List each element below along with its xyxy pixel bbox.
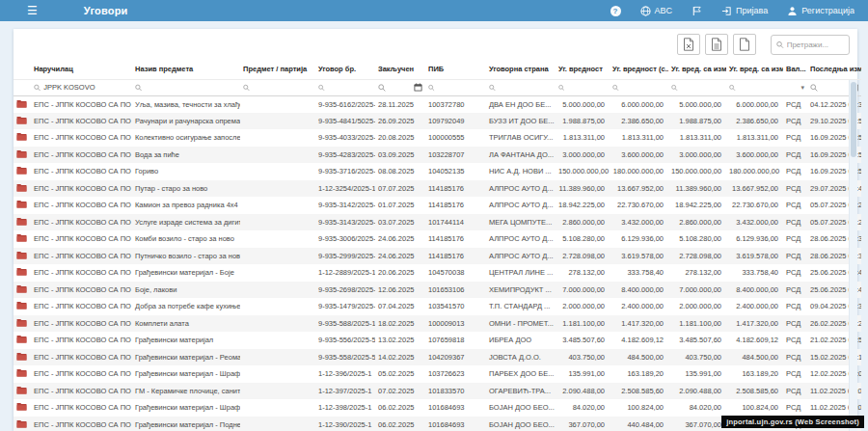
export-csv-icon — [711, 38, 722, 51]
table-body: ЕПС - ЈППК КОСОВО СА ПО ОБИЛ... Уља, маз… — [14, 95, 861, 431]
cell-valuta: РСД — [783, 399, 807, 417]
table-row[interactable]: ЕПС - ЈППК КОСОВО СА ПО ОБИЛ... Грађевин… — [14, 399, 861, 417]
cell-pib: 114185176 — [425, 197, 486, 214]
column-header-poslednja-izmena[interactable]: Последња изме... — [807, 60, 861, 79]
help-button[interactable]: ? — [610, 6, 621, 16]
folder-icon — [16, 284, 27, 293]
hamburger-menu-icon[interactable]: ☰ — [27, 5, 38, 16]
valuta-dropdown[interactable]: ▾ — [800, 84, 804, 92]
table-row[interactable]: ЕПС - ЈППК КОСОВО СА ПО ОБИЛ... Услуге и… — [14, 214, 861, 231]
cell-ugovorna-strana: ОГАРЕВИЋ-ТРА... — [486, 383, 556, 400]
search-icon — [135, 84, 142, 92]
cell-zakljucen: 07.02.2025 — [375, 383, 425, 400]
cell-narucilac: ЕПС - ЈППК КОСОВО СА ПО ОБИЛ... — [31, 383, 132, 400]
filter-ugovor-br-input[interactable] — [328, 83, 372, 92]
filter-pib-input[interactable] — [438, 83, 483, 92]
cell-vrednost-s: 2.508.585,60 — [610, 383, 668, 400]
cell-narucilac: ЕПС - ЈППК КОСОВО СА ПО ОБИЛ... — [31, 95, 132, 113]
cell-narucilac: ЕПС - ЈППК КОСОВО СА ПО ОБИЛ... — [31, 298, 132, 315]
cell-predmet — [240, 163, 315, 180]
column-header-vred-izm-1[interactable]: Уг. вред. са изм... — [668, 60, 726, 79]
column-header-predmet[interactable]: Предмет / партија — [240, 60, 315, 79]
filter-naziv-input[interactable] — [145, 83, 237, 92]
column-header-vred-izm-2[interactable]: Уг. вред. са изм... — [726, 60, 783, 79]
cell-vrednost: 3.000.000,00 — [556, 147, 610, 164]
cell-ugovor-br: 1-12-390/2025-1 — [315, 417, 375, 431]
export-csv-button[interactable] — [705, 34, 728, 55]
table-row[interactable]: ЕПС - ЈППК КОСОВО СА ПО ОБИЛ... Уља, маз… — [14, 95, 861, 113]
cell-vrednost: 11.389.960,00 — [556, 180, 610, 198]
global-search-input[interactable] — [787, 40, 844, 49]
export-xlsx-button[interactable] — [677, 34, 700, 55]
table-row[interactable]: ЕПС - ЈППК КОСОВО СА ПО ОБИЛ... Комплети… — [14, 315, 861, 333]
cell-zakljucen: 03.07.2025 — [375, 214, 425, 231]
cell-naziv: Добра за потребе кафе кухиње — [132, 298, 240, 315]
login-button[interactable]: Пријава — [721, 6, 768, 16]
column-header-naziv[interactable]: Назив предмета — [132, 60, 240, 79]
cell-naziv: Грађевински материјал — [132, 332, 240, 349]
language-button[interactable]: ABC — [640, 6, 673, 16]
column-header-zakljucen[interactable]: Закључен — [375, 60, 425, 79]
filter-vrednost-s-input[interactable] — [622, 83, 665, 92]
table-row[interactable]: ЕПС - ЈППК КОСОВО СА ПО ОБИЛ... Камион з… — [14, 197, 861, 214]
filter-ugovorna-strana-input[interactable] — [499, 83, 553, 92]
scrollbar-thumb[interactable] — [851, 82, 856, 157]
flag-icon — [692, 6, 702, 16]
table-row[interactable]: ЕПС - ЈППК КОСОВО СА ПО ОБИЛ... Путар - … — [14, 180, 861, 198]
column-header-vrednost-s[interactable]: Уг. вредност (с... — [610, 60, 668, 79]
cell-zakljucen: 07.04.2025 — [375, 298, 425, 315]
globe-icon — [640, 6, 651, 16]
cell-predmet — [240, 180, 315, 198]
cell-vrednost: 2.860.000,00 — [556, 214, 610, 231]
cell-valuta: РСД — [783, 248, 807, 265]
topbar-actions: ? ABC Пријава Регистрација — [610, 6, 854, 16]
cell-vred-izm-2: 6.000.000,00 — [726, 95, 783, 113]
cell-vred-izm-2: 2.400.000,00 — [726, 298, 783, 315]
table-row[interactable]: ЕПС - ЈППК КОСОВО СА ПО ОБИЛ... Добра за… — [14, 298, 861, 315]
cell-ugovorna-strana: АЛПРОС АУТО Д... — [486, 180, 556, 198]
cell-vred-izm-1: 5.000.000,00 — [668, 95, 726, 113]
cell-naziv: Уља, мазива, течности за хлађење — [132, 95, 240, 113]
column-header-pib[interactable]: ПИБ — [425, 60, 486, 79]
cell-narucilac: ЕПС - ЈППК КОСОВО СА ПО ОБИЛ... — [31, 332, 132, 349]
cell-vrednost-s: 13.667.952,00 — [610, 180, 668, 198]
cell-vrednost-s: 484.500,00 — [610, 349, 668, 366]
search-icon — [428, 84, 435, 92]
column-header-narucilac[interactable]: Наручилац — [31, 60, 132, 79]
table-row[interactable]: ЕПС - ЈППК КОСОВО СА ПО ОБИЛ... Грађевин… — [14, 365, 861, 383]
filter-narucilac-input[interactable] — [43, 83, 129, 92]
filter-vred-izm-2-input[interactable] — [739, 83, 780, 92]
table-row[interactable]: ЕПС - ЈППК КОСОВО СА ПО ОБИЛ... Вода за … — [14, 147, 861, 164]
column-header-vrednost[interactable]: Уг. вредност — [556, 60, 610, 79]
cell-predmet — [240, 417, 315, 431]
table-row[interactable]: ЕПС - ЈППК КОСОВО СА ПО ОБИЛ... Грађевин… — [14, 332, 861, 349]
cell-vred-izm-1: 5.108.280,00 — [668, 230, 726, 248]
table-row[interactable]: ЕПС - ЈППК КОСОВО СА ПО ОБИЛ... Колектив… — [14, 129, 861, 147]
register-button[interactable]: Регистрација — [787, 6, 854, 16]
vertical-scrollbar[interactable] — [849, 80, 857, 431]
flag-button[interactable] — [692, 6, 702, 16]
cell-predmet — [240, 264, 315, 282]
column-header-ugovor-br[interactable]: Уговор бр. — [315, 60, 375, 79]
column-header-valuta[interactable]: Вал... — [783, 60, 807, 79]
cell-ugovor-br: 9-935-2698/2025-1 — [315, 282, 375, 299]
filter-vrednost-input[interactable] — [567, 83, 607, 92]
filter-predmet-input[interactable] — [253, 83, 312, 92]
table-row[interactable]: ЕПС - ЈППК КОСОВО СА ПО ОБИЛ... Комби во… — [14, 230, 861, 248]
export-doc-button[interactable] — [733, 34, 756, 55]
filter-vred-izm-1-input[interactable] — [681, 83, 723, 92]
cell-ugovorna-strana: ЛА ФАНТАНА ДО... — [486, 147, 556, 164]
table-row[interactable]: ЕПС - ЈППК КОСОВО СА ПО ОБИЛ... Гориво 9… — [14, 163, 861, 180]
cell-ugovorna-strana: МЕГА ЦОМПУТЕ... — [486, 214, 556, 231]
table-row[interactable]: ЕПС - ЈППК КОСОВО СА ПО ОБИЛ... Грађевин… — [14, 349, 861, 366]
table-row[interactable]: ЕПС - ЈППК КОСОВО СА ПО ОБИЛ... Грађевин… — [14, 264, 861, 282]
column-header-ugovorna-strana[interactable]: Уговорна страна — [486, 60, 556, 79]
table-row[interactable]: ЕПС - ЈППК КОСОВО СА ПО ОБИЛ... Путничко… — [14, 248, 861, 265]
table-row[interactable]: ЕПС - ЈППК КОСОВО СА ПО ОБИЛ... ГМ - Кер… — [14, 383, 861, 400]
table-row[interactable]: ЕПС - ЈППК КОСОВО СА ПО ОБИЛ... Боје, ла… — [14, 282, 861, 299]
cell-ugovor-br: 1-12-2889/2025-1 — [315, 264, 375, 282]
calendar-icon[interactable] — [414, 83, 422, 92]
cell-narucilac: ЕПС - ЈППК КОСОВО СА ПО ОБИЛ... — [31, 282, 132, 299]
cell-vred-izm-1: 2.860.000,00 — [668, 214, 726, 231]
table-row[interactable]: ЕПС - ЈППК КОСОВО СА ПО ОБИЛ... Рачунари… — [14, 113, 861, 130]
